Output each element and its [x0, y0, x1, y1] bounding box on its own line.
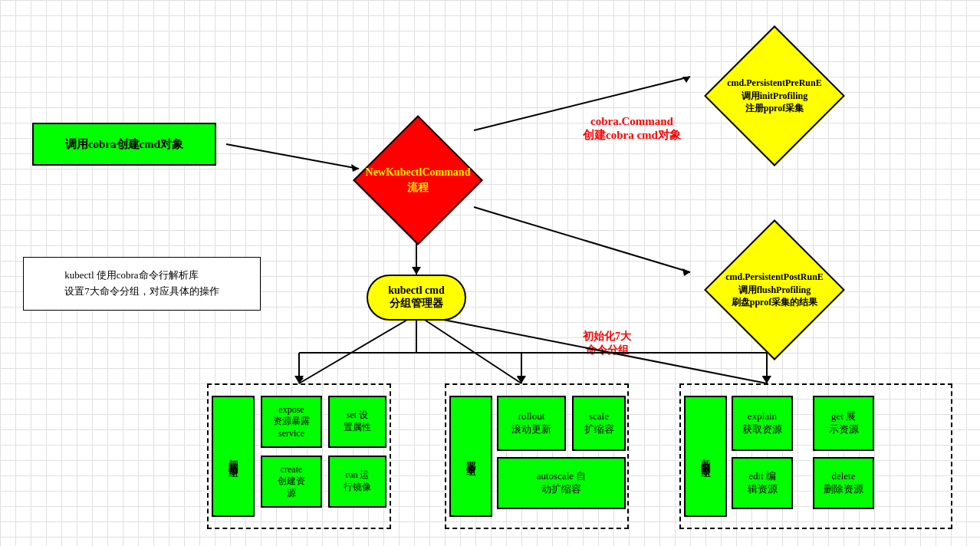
init-label-line1: 初始化7大	[583, 330, 631, 344]
pre-run-line1: cmd.PersistentPreRunE	[727, 77, 821, 90]
post-run-line1: cmd.PersistentPostRunE	[725, 271, 824, 284]
svg-marker-21	[762, 376, 771, 383]
svg-marker-7	[412, 267, 421, 275]
svg-marker-19	[294, 376, 304, 383]
init-label-line2: 命令分组	[583, 344, 631, 357]
annotation-line1: kubectl 使用cobra命令行解析库	[64, 268, 219, 284]
cobra-label: cobra.Command 创建cobra cmd对象	[583, 115, 681, 143]
main-diamond-line2: 流程	[407, 182, 429, 193]
annotation-box: kubectl 使用cobra命令行解析库 设置7大命令分组，对应具体的操作	[23, 257, 261, 311]
kubectl-cmd-box: kubectl cmd 分组管理器	[367, 275, 466, 321]
svg-line-10	[416, 314, 521, 383]
main-diamond-line1: NewKubectlCommand	[366, 166, 471, 178]
cobra-label-line2: 创建cobra cmd对象	[583, 128, 681, 143]
group1-box	[207, 383, 391, 529]
start-box: 调用cobra创建cmd对象	[32, 123, 216, 166]
svg-line-4	[474, 207, 690, 272]
post-run-diamond: cmd.PersistentPostRunE 调用flushProfiling …	[698, 229, 851, 351]
group3-box	[679, 383, 952, 529]
init-label: 初始化7大 命令分组	[583, 330, 631, 357]
svg-marker-11	[517, 377, 525, 383]
svg-marker-9	[296, 376, 304, 383]
pre-run-diamond: cmd.PersistentPreRunE 调用initProfiling 注册…	[698, 35, 851, 157]
cobra-label-line1: cobra.Command	[583, 115, 681, 128]
pre-run-line2: 调用initProfiling	[727, 90, 821, 103]
post-run-line3: 刷盘pprof采集的结果	[725, 296, 824, 309]
main-diamond: NewKubectlCommand 流程	[353, 115, 483, 245]
svg-marker-3	[682, 77, 690, 83]
svg-line-8	[299, 314, 416, 383]
pre-run-line3: 注册pprof采集	[727, 102, 821, 115]
svg-line-0	[226, 144, 359, 169]
group2-box	[445, 383, 629, 529]
svg-marker-20	[517, 376, 526, 383]
start-label: 调用cobra创建cmd对象	[65, 137, 183, 152]
kubectl-cmd-line2: 分组管理器	[388, 297, 445, 311]
kubectl-cmd-line1: kubectl cmd	[388, 285, 445, 297]
svg-marker-13	[762, 377, 770, 383]
svg-marker-5	[682, 268, 690, 276]
post-run-line2: 调用flushProfiling	[725, 284, 824, 297]
annotation-line2: 设置7大命令分组，对应具体的操作	[64, 284, 219, 300]
